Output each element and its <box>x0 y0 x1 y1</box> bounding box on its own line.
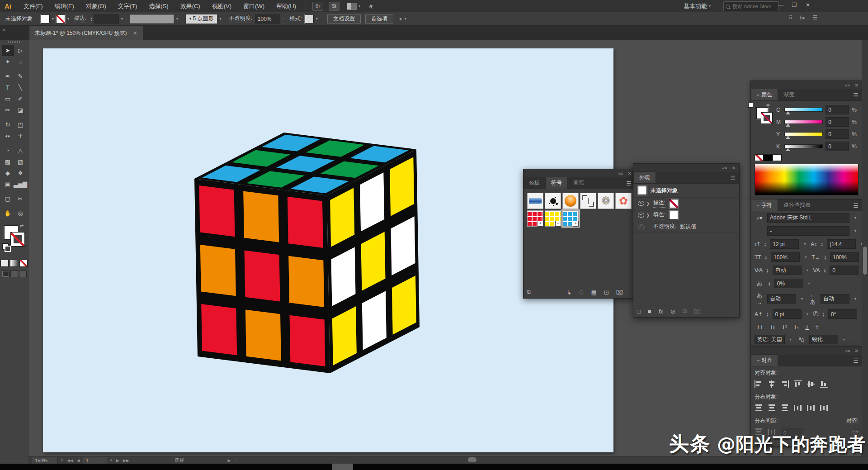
close-icon[interactable]: ✕ <box>855 348 859 353</box>
collapse-panels-icon[interactable]: « <box>3 27 5 32</box>
hand-tool[interactable]: ✋ <box>2 208 14 219</box>
c-slider[interactable] <box>784 108 823 112</box>
paintbrush-tool[interactable]: ✐ <box>14 93 26 104</box>
distribute-top-icon[interactable] <box>755 404 763 412</box>
bridge-icon[interactable]: Br <box>312 2 323 11</box>
next-artboard-icon[interactable]: ▶ <box>116 458 119 463</box>
rubiks-cube-artwork[interactable] <box>181 113 434 385</box>
menu-item-1[interactable]: 编辑(E) <box>49 0 80 12</box>
none-button[interactable] <box>19 260 28 267</box>
k-slider[interactable] <box>784 144 823 148</box>
menu-item-4[interactable]: 选择(S) <box>143 0 174 12</box>
underline-button[interactable]: T <box>805 323 809 330</box>
vertical-scale-stepper[interactable]: ▴▾ <box>765 255 767 260</box>
align-top-icon[interactable] <box>794 380 802 388</box>
lasso-tool[interactable]: ◌ <box>14 56 26 67</box>
pen-tool[interactable]: ✒ <box>2 71 14 82</box>
collapse-icon[interactable]: «« <box>722 166 727 171</box>
font-search-icon[interactable]: ⌕▾ <box>755 215 764 221</box>
type-tool[interactable]: T <box>2 82 14 93</box>
direct-selection-tool[interactable]: ▷ <box>14 45 26 56</box>
close-tab-icon[interactable]: ✕ <box>133 30 137 36</box>
cube-left-face-tile[interactable] <box>199 185 235 237</box>
cube-left-face-tile[interactable] <box>245 309 281 361</box>
document-tab[interactable]: 未标题-1* @ 150% (CMYK/GPU 预览) ✕ <box>29 26 143 40</box>
menu-item-6[interactable]: 视图(V) <box>206 0 237 12</box>
list-menu-icon[interactable]: ☰ <box>812 14 817 21</box>
symbol-sprayer-tool[interactable]: ▣ <box>2 179 14 190</box>
insert-space-right-field[interactable]: 自动 <box>821 294 849 304</box>
shaper-tool[interactable]: ✏ <box>2 104 14 116</box>
expand-icon[interactable]: ❯ <box>646 201 650 206</box>
opacity-label[interactable]: 不透明度: <box>653 223 676 231</box>
ink-splat-symbol[interactable] <box>545 193 561 209</box>
magic-wand-tool[interactable]: ✦ <box>2 56 14 67</box>
line-tool[interactable]: ╲ <box>14 82 26 93</box>
zoom-level-field[interactable]: 150% <box>32 457 58 464</box>
daisy-symbol[interactable]: ✿ <box>615 193 632 209</box>
chevron-down-icon[interactable]: ▾ <box>807 312 808 316</box>
align-left-icon[interactable] <box>755 380 763 388</box>
stock-search-box[interactable] <box>723 1 778 11</box>
kerning-field[interactable]: 自动 <box>773 266 802 275</box>
visibility-eye-icon[interactable] <box>638 224 645 229</box>
language-dropdown[interactable]: 英语: 美国 <box>755 335 785 344</box>
vertical-scale-field[interactable]: 100% <box>771 252 800 262</box>
preferences-button[interactable]: 首选项 <box>365 14 393 24</box>
m-value-field[interactable]: 0 <box>826 117 849 127</box>
tab-pathfinder[interactable]: 路径查找器 <box>778 199 816 211</box>
orb-symbol[interactable] <box>562 193 579 209</box>
distribute-right-icon[interactable] <box>820 404 828 412</box>
symbol-options-icon[interactable]: ▤ <box>591 289 597 296</box>
tab-symbols[interactable]: 符号 <box>545 177 568 189</box>
panel-menu-icon[interactable]: ☰ <box>853 92 859 99</box>
zoom-tool[interactable]: ◎ <box>14 208 26 219</box>
align-bottom-icon[interactable] <box>820 380 828 388</box>
rectangle-tool[interactable]: ▭ <box>2 93 14 104</box>
chevron-down-icon[interactable]: ▾ <box>801 297 803 301</box>
chevron-down-icon[interactable]: ▾ <box>121 17 123 21</box>
blend-tool[interactable]: ❖ <box>14 167 26 179</box>
document-setup-button[interactable]: 文档设置 <box>327 14 361 24</box>
stroke-none-swatch[interactable] <box>669 199 678 208</box>
restore-button[interactable]: ❐ <box>788 0 800 10</box>
anti-alias-dropdown[interactable]: 锐化 <box>809 335 838 344</box>
cube-left-face-tile[interactable] <box>201 304 237 355</box>
font-size-stepper[interactable]: ▴▾ <box>764 242 766 247</box>
rotate-tool[interactable]: ↻ <box>2 119 14 130</box>
distribute-left-icon[interactable] <box>794 404 802 412</box>
workspace-switcher[interactable]: 基本功能 ▾ <box>684 0 712 12</box>
panel-grip[interactable] <box>8 41 20 43</box>
default-swatch-icon[interactable] <box>748 103 753 108</box>
perspective-grid-tool[interactable]: △ <box>14 145 26 156</box>
close-icon[interactable]: ✕ <box>628 171 632 176</box>
curvature-tool[interactable]: ✎ <box>14 71 26 82</box>
scroll-left-icon[interactable]: ‹ <box>234 458 236 463</box>
puppet-warp-tool[interactable]: ✛ <box>14 130 26 142</box>
delete-symbol-icon[interactable]: ⌧ <box>616 289 623 296</box>
shape-builder-tool[interactable]: ◔ <box>2 145 14 156</box>
font-family-field[interactable]: Adobe 宋体 Std L <box>767 213 849 223</box>
align-vcenter-icon[interactable] <box>807 380 815 388</box>
registration-symbol[interactable] <box>580 193 596 209</box>
eyedropper-tool[interactable]: ◆ <box>2 167 14 179</box>
panel-dock-icon[interactable]: ⊧▸ <box>800 14 805 21</box>
leading-stepper[interactable]: ▴▾ <box>821 242 823 247</box>
align-hcenter-icon[interactable] <box>768 380 776 388</box>
distribute-bottom-icon[interactable] <box>781 404 789 412</box>
menu-item-5[interactable]: 效果(C) <box>175 0 206 12</box>
fill-row[interactable]: ❯ 填色: <box>633 209 739 221</box>
small-caps-button[interactable]: Tr <box>770 323 775 330</box>
close-icon[interactable]: ✕ <box>855 83 859 88</box>
stroke-row[interactable]: ❯ 描边: <box>633 198 739 209</box>
horizontal-scale-stepper[interactable]: ▴▾ <box>824 255 826 260</box>
column-graph-tool[interactable]: ▃▅▇ <box>14 179 26 190</box>
chevron-down-icon[interactable]: ▾ <box>854 216 856 220</box>
opacity-row[interactable]: 不透明度: 默认值 <box>633 221 739 233</box>
y-slider[interactable] <box>784 132 823 136</box>
chevron-down-icon[interactable]: ▾ <box>804 242 806 246</box>
horizontal-scale-field[interactable]: 100% <box>830 252 859 262</box>
chevron-down-icon[interactable]: ▾ <box>316 17 318 21</box>
chevron-down-icon[interactable]: ▾ <box>808 281 810 285</box>
cube-left-face-tile[interactable] <box>290 315 326 366</box>
